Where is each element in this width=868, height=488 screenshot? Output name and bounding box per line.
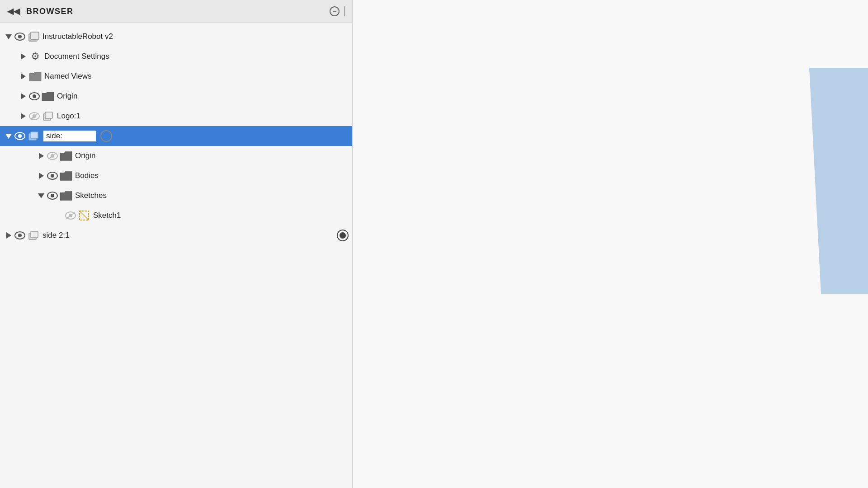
tree-row[interactable]: Sketch1 bbox=[0, 206, 352, 225]
item-label: InstructableRobot v2 bbox=[42, 32, 349, 41]
eye-icon[interactable] bbox=[46, 189, 59, 202]
eye-slash-svg bbox=[29, 112, 40, 120]
folder-icon bbox=[28, 70, 42, 83]
expand-button[interactable] bbox=[36, 171, 46, 181]
svg-rect-3 bbox=[31, 32, 39, 39]
expand-right-icon bbox=[21, 113, 26, 119]
expand-button[interactable] bbox=[4, 131, 14, 141]
folder-icon bbox=[59, 189, 73, 202]
eye-icon[interactable] bbox=[14, 30, 26, 43]
item-label: side 2:1 bbox=[42, 231, 333, 240]
svg-rect-10 bbox=[45, 112, 52, 118]
tree-row[interactable]: InstructableRobot v2 bbox=[0, 27, 352, 47]
svg-point-19 bbox=[51, 174, 54, 178]
expand-placeholder bbox=[54, 211, 64, 221]
tree-row[interactable]: ⚙ Document Settings bbox=[0, 47, 352, 66]
svg-point-12 bbox=[18, 134, 22, 138]
item-label: Sketch1 bbox=[93, 211, 349, 220]
tree-row[interactable]: Named Views bbox=[0, 66, 352, 86]
expand-down-icon bbox=[5, 34, 12, 39]
cube-icon bbox=[26, 229, 41, 242]
svg-line-8 bbox=[30, 113, 38, 119]
eye-icon[interactable] bbox=[14, 229, 26, 242]
gear-icon: ⚙ bbox=[28, 50, 42, 63]
folder-svg bbox=[28, 71, 42, 82]
svg-point-7 bbox=[33, 114, 36, 118]
eye-icon[interactable] bbox=[14, 130, 26, 142]
expand-right-icon bbox=[6, 232, 11, 239]
expand-button[interactable] bbox=[18, 91, 28, 101]
item-label: Origin bbox=[57, 92, 349, 101]
3d-object-shape bbox=[809, 68, 868, 294]
expand-button[interactable] bbox=[18, 52, 28, 61]
tree-row[interactable]: Origin bbox=[0, 146, 352, 166]
tree-row[interactable]: side 2:1 bbox=[0, 225, 352, 245]
cube-icon-selected bbox=[26, 130, 41, 142]
expand-right-icon bbox=[21, 93, 26, 99]
expand-button[interactable] bbox=[36, 191, 46, 201]
svg-line-26 bbox=[80, 211, 89, 220]
expand-button[interactable] bbox=[18, 111, 28, 121]
svg-point-1 bbox=[18, 35, 22, 38]
tree-row[interactable]: Origin bbox=[0, 86, 352, 106]
expand-down-icon bbox=[38, 193, 44, 198]
header-divider bbox=[344, 6, 345, 16]
sketch-svg bbox=[78, 209, 90, 222]
expand-down-icon bbox=[5, 134, 12, 139]
folder-svg bbox=[59, 150, 73, 161]
expand-button[interactable] bbox=[36, 151, 46, 161]
browser-title: BROWSER bbox=[26, 7, 74, 16]
radio-filled-circle[interactable] bbox=[337, 230, 349, 241]
eye-svg bbox=[14, 231, 25, 239]
tree-row[interactable]: Bodies bbox=[0, 166, 352, 186]
folder-svg bbox=[59, 190, 73, 201]
viewport-area[interactable] bbox=[353, 0, 868, 488]
browser-header: ◀◀ BROWSER − bbox=[0, 0, 352, 23]
expand-button[interactable] bbox=[4, 230, 14, 240]
svg-line-17 bbox=[48, 153, 57, 159]
eye-slash-svg bbox=[65, 211, 76, 220]
tree-content: InstructableRobot v2 ⚙ Document Settings… bbox=[0, 23, 352, 488]
back-arrows-button[interactable]: ◀◀ bbox=[7, 6, 20, 16]
minimize-button[interactable]: − bbox=[330, 6, 340, 16]
eye-icon[interactable] bbox=[28, 90, 41, 103]
svg-point-28 bbox=[18, 234, 22, 237]
folder-svg bbox=[59, 170, 73, 181]
eye-hidden-icon[interactable] bbox=[28, 110, 41, 122]
item-label: Origin bbox=[75, 151, 349, 160]
svg-rect-30 bbox=[31, 231, 38, 238]
eye-hidden-icon[interactable] bbox=[64, 209, 77, 222]
item-label: Bodies bbox=[75, 171, 349, 180]
browser-header-right: − bbox=[330, 6, 345, 16]
tree-row[interactable]: Sketches bbox=[0, 186, 352, 206]
browser-header-left: ◀◀ BROWSER bbox=[7, 6, 74, 16]
expand-button[interactable] bbox=[18, 71, 28, 81]
item-label: Sketches bbox=[75, 191, 349, 200]
tree-row-selected[interactable] bbox=[0, 126, 352, 146]
radio-circle[interactable] bbox=[100, 130, 112, 142]
tree-row[interactable]: Logo:1 bbox=[0, 106, 352, 126]
cube-icon bbox=[41, 110, 55, 122]
expand-right-icon bbox=[39, 153, 44, 159]
item-label: Document Settings bbox=[44, 52, 349, 61]
expand-right-icon bbox=[39, 173, 44, 179]
folder-svg bbox=[41, 91, 55, 102]
eye-slash-svg bbox=[47, 152, 58, 160]
name-input-field[interactable] bbox=[42, 130, 97, 142]
eye-hidden-icon[interactable] bbox=[46, 150, 59, 162]
expand-right-icon bbox=[21, 53, 26, 60]
eye-icon[interactable] bbox=[46, 169, 59, 182]
cube-svg bbox=[42, 110, 54, 122]
component-svg bbox=[27, 30, 40, 43]
svg-line-24 bbox=[66, 212, 75, 219]
component-icon bbox=[26, 30, 41, 43]
cube-selected-svg bbox=[28, 130, 39, 142]
svg-point-6 bbox=[29, 113, 39, 120]
svg-point-21 bbox=[51, 194, 54, 197]
sketch-icon bbox=[77, 209, 91, 222]
folder-icon bbox=[59, 150, 73, 162]
item-label: Logo:1 bbox=[57, 112, 349, 121]
eye-svg bbox=[14, 33, 25, 41]
expand-button[interactable] bbox=[4, 32, 14, 42]
eye-svg bbox=[29, 92, 40, 100]
